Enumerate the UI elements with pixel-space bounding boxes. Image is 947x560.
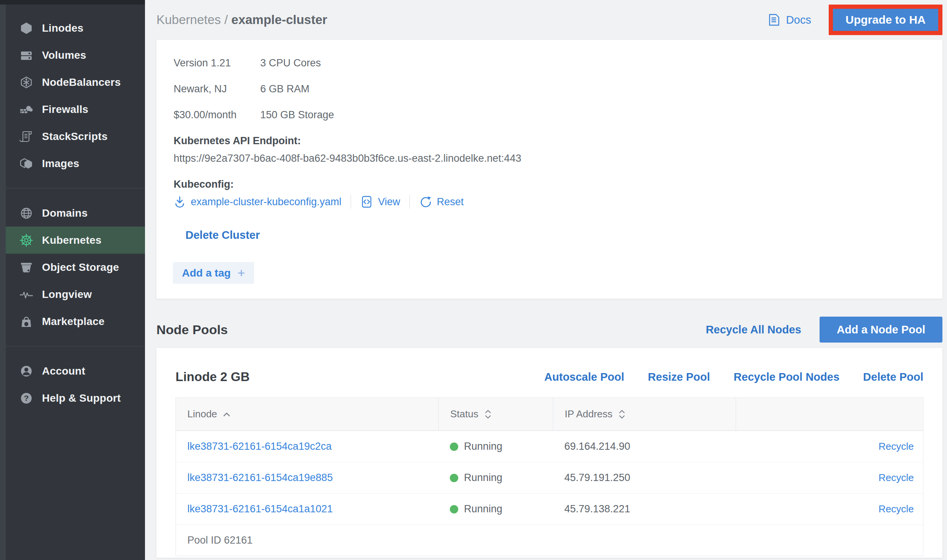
object-storage-icon: [19, 260, 34, 275]
top-actions: Docs Upgrade to HA: [768, 5, 942, 35]
sidebar-item-domains[interactable]: Domains: [0, 200, 145, 227]
resize-pool-link[interactable]: Resize Pool: [648, 371, 710, 383]
add-tag-label: Add a tag: [182, 267, 231, 279]
node-link[interactable]: lke38731-62161-6154ca1a1021: [187, 503, 333, 515]
account-icon: [19, 364, 34, 378]
sidebar-item-firewalls[interactable]: Firewalls: [0, 96, 145, 123]
add-tag-button[interactable]: Add a tag +: [173, 262, 254, 284]
sidebar-item-images[interactable]: Images: [0, 150, 145, 177]
breadcrumb-kubernetes-link[interactable]: Kubernetes: [156, 13, 221, 27]
sidebar-item-nodebalancers[interactable]: NodeBalancers: [0, 69, 145, 96]
node-pool-card: Linode 2 GB Autoscale Pool Resize Pool R…: [156, 348, 942, 558]
breadcrumb-separator: /: [221, 13, 232, 27]
docs-link[interactable]: Docs: [768, 13, 811, 26]
sidebar-item-label: NodeBalancers: [42, 76, 121, 89]
table-row: lke38731-62161-6154ca19e885 Running 45.7…: [176, 462, 923, 493]
firewalls-icon: [19, 102, 34, 117]
column-header-linode[interactable]: Linode: [176, 398, 438, 430]
sidebar-item-label: Longview: [42, 288, 92, 301]
view-code-icon: [360, 195, 373, 208]
longview-icon: [19, 287, 34, 302]
sidebar-item-kubernetes[interactable]: Kubernetes: [0, 227, 145, 254]
recycle-node-link[interactable]: Recycle: [879, 441, 914, 452]
status-running-dot: [450, 474, 458, 482]
status-text: Running: [464, 472, 502, 484]
delete-cluster-link[interactable]: Delete Cluster: [185, 227, 260, 243]
node-pools-title: Node Pools: [156, 322, 228, 337]
nodebalancers-icon: [19, 75, 34, 90]
kubeconfig-view-link[interactable]: View: [360, 195, 400, 208]
domains-icon: [19, 206, 34, 220]
cluster-cpu: 3 CPU Cores: [260, 55, 321, 71]
pool-nodes-table: Linode Status IP Address: [176, 397, 923, 556]
node-pools-bar: Node Pools Recycle All Nodes Add a Node …: [156, 317, 942, 343]
column-header-label: IP Address: [565, 408, 612, 420]
pool-action-links: Autoscale Pool Resize Pool Recycle Pool …: [521, 371, 923, 383]
upgrade-to-ha-button[interactable]: Upgrade to HA: [833, 9, 938, 31]
kubeconfig-reset-link[interactable]: Reset: [419, 195, 464, 208]
breadcrumb-current-cluster: example-cluster: [231, 13, 327, 27]
sidebar-item-account[interactable]: Account: [0, 357, 145, 385]
sidebar-item-label: Linodes: [42, 22, 84, 34]
add-node-pool-button[interactable]: Add a Node Pool: [820, 317, 942, 343]
sidebar-item-marketplace[interactable]: Marketplace: [0, 308, 145, 335]
separator: [409, 195, 410, 209]
pool-name: Linode 2 GB: [176, 370, 250, 384]
cluster-ram: 6 GB RAM: [260, 81, 309, 97]
column-header-actions: [736, 398, 923, 430]
column-header-status[interactable]: Status: [438, 398, 553, 430]
cluster-summary-card: Version 1.21 Newark, NJ $30.00/month 3 C…: [156, 40, 942, 299]
sidebar-nav: Linodes Volumes NodeBalancers Firewalls: [0, 0, 145, 412]
sidebar-item-object-storage[interactable]: Object Storage: [0, 254, 145, 281]
autoscale-pool-link[interactable]: Autoscale Pool: [544, 371, 625, 383]
node-link[interactable]: lke38731-62161-6154ca19c2ca: [187, 441, 332, 452]
recycle-pool-nodes-link[interactable]: Recycle Pool Nodes: [734, 371, 839, 383]
plus-icon: +: [238, 266, 245, 280]
recycle-node-link[interactable]: Recycle: [879, 472, 914, 484]
delete-cluster-label: Delete Cluster: [185, 229, 260, 241]
sidebar-item-linodes[interactable]: Linodes: [0, 14, 145, 42]
sidebar-item-longview[interactable]: Longview: [0, 281, 145, 308]
recycle-all-nodes-link[interactable]: Recycle All Nodes: [706, 323, 801, 336]
table-header-row: Linode Status IP Address: [176, 398, 923, 431]
reset-label: Reset: [437, 196, 464, 208]
cluster-price: $30.00/month: [174, 107, 237, 122]
view-label: View: [378, 196, 400, 208]
sidebar-item-label: Domains: [42, 207, 88, 219]
node-pools-actions: Recycle All Nodes Add a Node Pool: [706, 317, 942, 343]
cluster-storage: 150 GB Storage: [260, 107, 334, 122]
table-row: lke38731-62161-6154ca1a1021 Running 45.7…: [176, 493, 923, 525]
pool-header: Linode 2 GB Autoscale Pool Resize Pool R…: [156, 348, 942, 397]
kubeconfig-download-link[interactable]: example-cluster-kubeconfig.yaml: [174, 196, 341, 208]
node-ip: 45.79.138.221: [553, 494, 736, 525]
column-header-ip-address[interactable]: IP Address: [553, 398, 736, 430]
node-link[interactable]: lke38731-62161-6154ca19e885: [187, 472, 333, 484]
status-text: Running: [464, 503, 502, 515]
status-running-dot: [450, 443, 458, 451]
status-text: Running: [464, 441, 502, 452]
download-icon: [174, 196, 186, 208]
api-endpoint-label: Kubernetes API Endpoint:: [174, 133, 301, 148]
kubeconfig-actions-row: example-cluster-kubeconfig.yaml View Res…: [174, 194, 464, 209]
delete-pool-link[interactable]: Delete Pool: [863, 371, 923, 383]
sidebar-item-label: Help & Support: [42, 392, 121, 404]
reset-icon: [419, 195, 432, 208]
sidebar-item-label: Marketplace: [42, 315, 105, 328]
table-row: lke38731-62161-6154ca19c2ca Running 69.1…: [176, 431, 923, 462]
kubernetes-icon: [19, 233, 34, 248]
marketplace-icon: [19, 314, 34, 329]
sidebar-item-volumes[interactable]: Volumes: [0, 42, 145, 69]
cluster-region: Newark, NJ: [174, 81, 227, 97]
images-icon: [19, 156, 34, 171]
recycle-node-link[interactable]: Recycle: [879, 503, 914, 515]
sidebar-top-strip: [0, 0, 145, 5]
sort-both-icon: [485, 409, 491, 419]
kubeconfig-label: Kubeconfig:: [174, 177, 234, 192]
sidebar-item-label: Images: [42, 158, 79, 170]
upgrade-highlight-annotation: Upgrade to HA: [829, 5, 942, 35]
status-running-dot: [450, 505, 458, 513]
sort-both-icon: [618, 409, 625, 419]
sidebar-item-help-support[interactable]: ? Help & Support: [0, 385, 145, 412]
kubeconfig-filename: example-cluster-kubeconfig.yaml: [191, 196, 341, 208]
sidebar-item-stackscripts[interactable]: StackScripts: [0, 123, 145, 150]
